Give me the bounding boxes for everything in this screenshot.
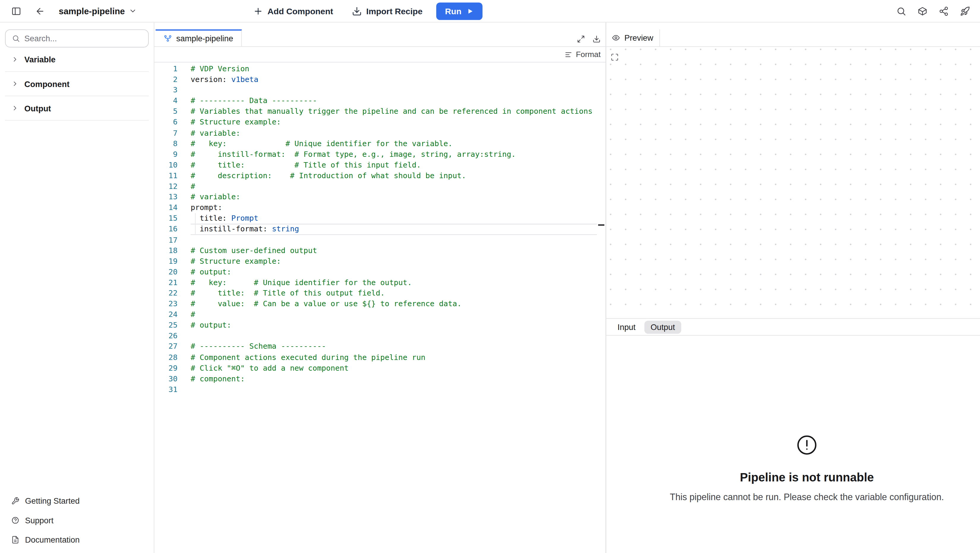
code-line[interactable] [191,331,597,341]
code-row[interactable]: 17 [154,234,597,245]
pipeline-name-dropdown[interactable]: sample-pipeline [59,6,137,16]
code-line[interactable]: # description: # Introduction of what sh… [191,171,597,181]
code-row[interactable]: 6# Structure example: [154,117,597,128]
sidebar-section-component[interactable]: Component [5,72,149,96]
back-button[interactable] [31,2,49,20]
add-component-button[interactable]: Add Component [248,2,338,20]
components-button[interactable] [914,2,931,20]
sidebar-search[interactable] [5,29,149,48]
expand-editor-button[interactable] [577,35,585,43]
code-row[interactable]: 29# Click "⌘O" to add a new component [154,363,597,374]
code-row[interactable]: 20# output: [154,267,597,277]
code-row[interactable]: 14prompt: [154,202,597,213]
code-row[interactable]: 28# Component actions executed during th… [154,352,597,363]
line-number: 24 [154,309,178,320]
code-row[interactable]: 10# title: # Title of this input field. [154,160,597,171]
code-line[interactable]: # output: [191,320,597,331]
fit-view-button[interactable] [611,53,619,61]
code-row[interactable]: 5# Variables that manually trigger the p… [154,107,597,117]
code-line[interactable]: prompt: [191,202,597,213]
sidebar-toggle-button[interactable] [8,2,25,20]
line-number: 27 [154,341,178,352]
code-row[interactable]: 3 [154,85,597,96]
code-line[interactable]: # instill-format: # Format type, e.g., i… [191,149,597,160]
search-button[interactable] [892,2,910,20]
code-row[interactable]: 4# ---------- Data ---------- [154,96,597,107]
code-line[interactable]: # Structure example: [191,256,597,267]
code-line[interactable]: # Custom user-defined output [191,245,597,256]
code-line[interactable] [191,384,597,395]
input-tab[interactable]: Input [611,320,642,333]
line-number: 10 [154,160,178,171]
code-line[interactable]: # output: [191,267,597,277]
code-line[interactable]: # [191,181,597,192]
support-link[interactable]: Support [5,510,149,530]
code-line[interactable]: # key: # Unique identifier for the outpu… [191,277,597,288]
code-line[interactable] [191,85,597,96]
code-row[interactable]: 25# output: [154,320,597,331]
download-recipe-button[interactable] [592,35,600,43]
code-line[interactable] [191,234,597,245]
code-line[interactable]: # Structure example: [191,117,597,128]
code-line[interactable]: # title: # Title of this output field. [191,288,597,299]
search-icon [896,6,906,16]
share-button[interactable] [935,2,952,20]
left-sidebar: Variable Component Output Getting Starte… [0,22,154,553]
code-line[interactable]: # Variables that manually trigger the pi… [191,107,597,117]
editor-tab-sample-pipeline[interactable]: sample-pipeline [156,29,242,46]
code-line[interactable]: # Component actions executed during the … [191,352,597,363]
code-row[interactable]: 16 instill-format: string [154,224,597,234]
format-label: Format [576,50,600,59]
sidebar-section-output[interactable]: Output [5,96,149,121]
pipeline-canvas[interactable] [606,47,980,319]
code-row[interactable]: 8# key: # Unique identifier for the vari… [154,139,597,149]
code-line[interactable]: version: v1beta [191,75,597,85]
code-row[interactable]: 31 [154,384,597,395]
code-row[interactable]: 1# VDP Version [154,64,597,75]
code-line[interactable]: # VDP Version [191,64,597,75]
sidebar-section-variable[interactable]: Variable [5,48,149,72]
editor-tab-actions [577,35,601,43]
code-row[interactable]: 13# variable: [154,192,597,202]
line-number: 2 [154,75,178,85]
code-row[interactable]: 7# variable: [154,128,597,139]
code-row[interactable]: 2version: v1beta [154,75,597,85]
format-button[interactable]: Format [565,50,600,59]
code-row[interactable]: 30# component: [154,374,597,384]
code-line[interactable]: # title: # Title of this input field. [191,160,597,171]
code-row[interactable]: 21# key: # Unique identifier for the out… [154,277,597,288]
import-recipe-button[interactable]: Import Recipe [347,2,428,20]
chevron-right-icon [11,56,19,63]
code-row[interactable]: 23# value: # Can be a value or use ${} t… [154,299,597,309]
release-button[interactable] [956,2,974,20]
code-editor[interactable]: 1# VDP Version2version: v1beta34# ------… [154,62,606,553]
code-line[interactable]: # ---------- Data ---------- [191,96,597,107]
code-line[interactable]: # variable: [191,192,597,202]
code-line[interactable]: # ---------- Schema ---------- [191,341,597,352]
code-line[interactable]: # Click "⌘O" to add a new component [191,363,597,374]
getting-started-link[interactable]: Getting Started [5,491,149,510]
code-row[interactable]: 26 [154,331,597,341]
search-input[interactable] [24,34,142,43]
code-row[interactable]: 9# instill-format: # Format type, e.g., … [154,149,597,160]
app-window: sample-pipeline Add Component Import Rec… [0,0,980,553]
code-line[interactable]: title: Prompt [191,213,597,224]
code-line[interactable]: # [191,309,597,320]
code-row[interactable]: 27# ---------- Schema ---------- [154,341,597,352]
code-line[interactable]: # component: [191,374,597,384]
documentation-link[interactable]: Documentation [5,530,149,550]
code-line[interactable]: # value: # Can be a value or use ${} to … [191,299,597,309]
code-row[interactable]: 24# [154,309,597,320]
code-row[interactable]: 11# description: # Introduction of what … [154,171,597,181]
preview-tab[interactable]: Preview [606,29,660,46]
code-line[interactable]: # key: # Unique identifier for the varia… [191,139,597,149]
code-row[interactable]: 19# Structure example: [154,256,597,267]
code-row[interactable]: 15 title: Prompt [154,213,597,224]
output-tab[interactable]: Output [644,320,681,333]
run-button[interactable]: Run [436,2,482,20]
code-row[interactable]: 18# Custom user-defined output [154,245,597,256]
code-line[interactable]: # variable: [191,128,597,139]
code-row[interactable]: 22# title: # Title of this output field. [154,288,597,299]
code-line[interactable]: instill-format: string [191,224,597,234]
code-row[interactable]: 12# [154,181,597,192]
